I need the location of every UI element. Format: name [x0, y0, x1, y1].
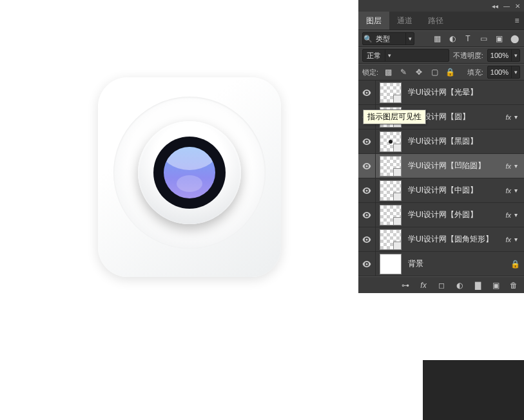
panel-collapse-icon[interactable]: ◂◂	[492, 3, 498, 10]
panel-tabs: 图层 通道 路径 ≡	[358, 12, 524, 30]
layer-visibility-toggle[interactable]	[358, 203, 376, 227]
layer-name-label: 背景	[408, 258, 510, 269]
layer-visibility-toggle[interactable]	[358, 154, 376, 178]
lock-all-icon[interactable]: 🔒	[444, 66, 456, 78]
link-icon[interactable]: ⊶	[400, 281, 411, 290]
chevron-down-icon[interactable]: ▾	[511, 113, 520, 120]
layer-visibility-toggle[interactable]	[358, 129, 376, 153]
eye-icon	[362, 212, 371, 218]
smart-filter-icon[interactable]: ▣	[493, 33, 505, 44]
layer-visibility-toggle[interactable]	[358, 227, 376, 251]
mask-icon[interactable]: ◻	[436, 281, 447, 290]
adjust-filter-icon[interactable]: ◐	[447, 33, 458, 44]
tab-layers[interactable]: 图层	[358, 12, 389, 30]
svg-point-4	[365, 189, 367, 191]
eye-icon	[362, 90, 371, 96]
lock-position-icon[interactable]: ✥	[413, 66, 425, 78]
fill-input[interactable]: 100% ▾	[487, 66, 520, 79]
filter-toggle-icon[interactable]: ⬤	[509, 33, 520, 44]
layer-visibility-toggle[interactable]	[358, 178, 376, 202]
layer-thumbnail[interactable]	[380, 156, 402, 177]
lock-fill-row: 锁定: ▩ ✎ ✥ ▢ 🔒 填充: 100% ▾	[358, 64, 524, 81]
layer-lens	[164, 147, 215, 198]
chevron-down-icon: ▾	[405, 33, 414, 44]
lock-brush-icon[interactable]: ✎	[398, 66, 409, 78]
opacity-value: 100%	[488, 52, 511, 59]
opacity-label: 不透明度:	[453, 51, 483, 61]
panel-menu-icon[interactable]: ≡	[510, 12, 524, 30]
lens-reflection	[177, 175, 202, 192]
layer-name-label: 学UI设计网【中圆】	[408, 185, 503, 196]
layer-name-label: 学UI设计网【黑圆】	[408, 136, 520, 147]
eye-icon	[362, 236, 371, 243]
blend-mode-select[interactable]: 正常 ▾	[362, 49, 449, 62]
type-filter-icon[interactable]: T	[462, 33, 474, 44]
panel-top-controls: ◂◂ — ✕	[358, 0, 524, 12]
layer-kind-label: 类型	[373, 34, 405, 44]
fx-indicator-icon[interactable]: fx	[505, 236, 511, 243]
document-canvas[interactable]	[0, 0, 358, 420]
layer-row[interactable]: 学UI设计网【圆角矩形】fx▾	[358, 227, 524, 252]
svg-point-0	[365, 91, 367, 93]
panel-close-icon[interactable]: ✕	[515, 3, 520, 10]
layer-row[interactable]: 学UI设计网【黑圆】	[358, 129, 524, 154]
svg-point-6	[365, 238, 367, 240]
layer-visibility-toggle[interactable]	[358, 252, 376, 276]
svg-point-3	[365, 165, 367, 167]
fx-icon[interactable]: fx	[418, 281, 429, 290]
chevron-down-icon: ▾	[511, 66, 519, 78]
fx-indicator-icon[interactable]: fx	[505, 162, 511, 170]
opacity-input[interactable]: 100% ▾	[487, 49, 520, 62]
new-layer-icon[interactable]: ▣	[490, 281, 501, 290]
layer-name-label: 学UI设计网【外圆】	[408, 209, 503, 220]
layer-thumbnail[interactable]	[380, 131, 402, 152]
layers-panel: ◂◂ — ✕ 图层 通道 路径 ≡ 🔍 类型 ▾ ▦ ◐ T ▭ ▣ ⬤ 正常 …	[358, 0, 524, 293]
blend-opacity-row: 正常 ▾ 不透明度: 100% ▾	[358, 47, 524, 64]
trash-icon[interactable]: 🗑	[509, 281, 519, 290]
lock-icon: 🔒	[510, 260, 520, 269]
layer-row[interactable]: 背景🔒	[358, 252, 524, 276]
blend-mode-value: 正常	[363, 51, 385, 61]
lock-label: 锁定:	[362, 68, 378, 77]
svg-point-7	[365, 263, 367, 265]
chevron-down-icon[interactable]: ▾	[511, 236, 520, 243]
fx-indicator-icon[interactable]: fx	[505, 211, 511, 219]
layer-thumbnail[interactable]	[380, 229, 402, 250]
shape-filter-icon[interactable]: ▭	[478, 33, 489, 44]
group-icon[interactable]: ▇	[472, 281, 483, 290]
layer-thumbnail[interactable]	[380, 82, 402, 103]
app-background-strip	[423, 360, 524, 420]
layer-row[interactable]: 学UI设计网【外圆】fx▾	[358, 203, 524, 227]
adjust-icon[interactable]: ◐	[454, 281, 465, 290]
layer-panel-bottombar: ⊶ fx ◻ ◐ ▇ ▣ 🗑	[358, 276, 524, 293]
layer-name-label: 学UI设计网【凹陷圆】	[408, 160, 503, 171]
lock-artboard-icon[interactable]: ▢	[429, 66, 440, 78]
tab-paths[interactable]: 路径	[420, 12, 451, 30]
search-icon: 🔍	[363, 35, 373, 43]
svg-point-5	[365, 214, 367, 216]
layer-thumbnail[interactable]	[380, 180, 402, 201]
eye-icon	[362, 261, 371, 267]
fill-label: 填充:	[467, 68, 483, 77]
panel-minimize-icon[interactable]: —	[503, 3, 510, 10]
layer-thumbnail[interactable]	[380, 205, 402, 225]
layer-filter-row: 🔍 类型 ▾ ▦ ◐ T ▭ ▣ ⬤	[358, 30, 524, 47]
chevron-down-icon[interactable]: ▾	[511, 187, 520, 194]
layer-row[interactable]: 学UI设计网【光晕】	[358, 81, 524, 105]
layer-name-label: 学UI设计网【圆角矩形】	[408, 234, 503, 245]
layer-kind-filter[interactable]: 🔍 类型 ▾	[362, 32, 414, 45]
lock-transparent-icon[interactable]: ▩	[382, 66, 394, 78]
fill-value: 100%	[488, 68, 511, 76]
tab-channels[interactable]: 通道	[389, 12, 420, 30]
fx-indicator-icon[interactable]: fx	[505, 113, 511, 121]
layer-visibility-toggle[interactable]	[358, 81, 376, 104]
eye-icon	[362, 163, 371, 169]
layer-row[interactable]: 学UI设计网【中圆】fx▾	[358, 178, 524, 203]
svg-point-2	[365, 140, 367, 142]
pixel-filter-icon[interactable]: ▦	[431, 33, 443, 44]
layer-row[interactable]: 学UI设计网【凹陷圆】fx▾	[358, 154, 524, 178]
layer-thumbnail[interactable]	[380, 254, 402, 274]
fx-indicator-icon[interactable]: fx	[505, 187, 511, 195]
chevron-down-icon[interactable]: ▾	[511, 211, 520, 218]
chevron-down-icon[interactable]: ▾	[511, 162, 520, 169]
